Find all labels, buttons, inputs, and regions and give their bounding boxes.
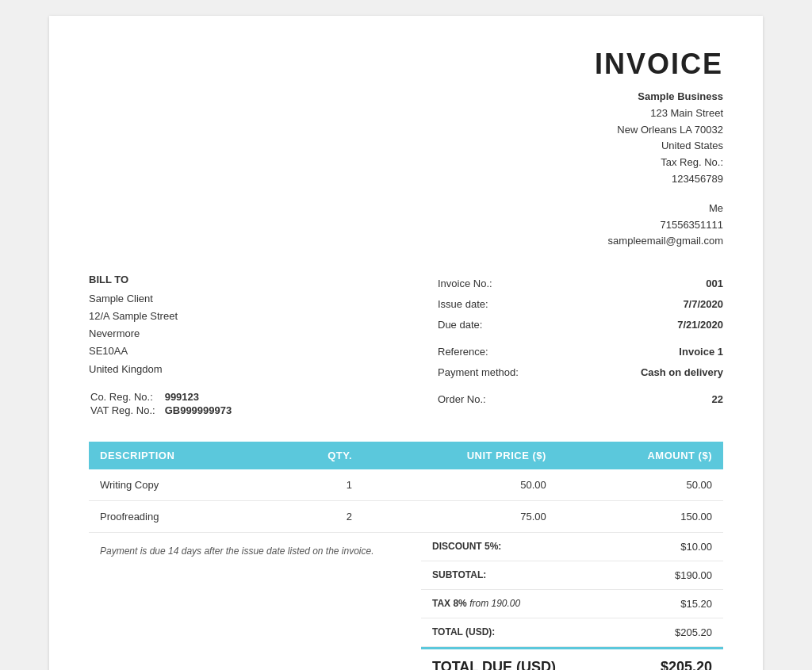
issue-date-value: 7/7/2020: [579, 294, 723, 315]
payment-method-label: Payment method:: [438, 362, 579, 383]
issue-date-label: Issue date:: [438, 294, 579, 315]
invoice-document: INVOICE Sample Business 123 Main Street …: [49, 16, 763, 670]
subtotal-value: $190.00: [618, 561, 723, 589]
invoice-title: INVOICE: [595, 48, 723, 81]
invoice-no-label: Invoice No.:: [438, 274, 579, 294]
row-amount: 50.00: [557, 469, 723, 501]
total-label: TOTAL (USD):: [421, 618, 618, 646]
company-address1: 123 Main Street: [89, 105, 723, 122]
company-tax-no: 123456789: [89, 171, 723, 188]
total-value: $205.20: [618, 618, 723, 646]
totals-section: DISCOUNT 5%: $10.00 SUBTOTAL: $190.00 TA…: [413, 533, 723, 670]
client-name: Sample Client: [89, 290, 374, 308]
client-reg-table: Co. Reg. No.: 999123 VAT Reg. No.: GB999…: [89, 389, 233, 418]
co-reg-label: Co. Reg. No.:: [90, 391, 163, 403]
client-postcode: SE10AA: [89, 343, 374, 360]
client-country: United Kingdom: [89, 361, 374, 378]
mid-section: BILL TO Sample Client 12/A Sample Street…: [89, 274, 723, 417]
col-description: DESCRIPTION: [89, 442, 274, 469]
total-due-row: TOTAL DUE (USD) $205.20: [421, 647, 723, 670]
col-amount: AMOUNT ($): [557, 442, 723, 469]
discount-value: $10.00: [618, 533, 723, 561]
reference-label: Reference:: [438, 342, 579, 362]
company-tax-label: Tax Reg. No.:: [89, 155, 723, 171]
tax-value: $15.20: [618, 589, 723, 618]
row-unit-price: 75.00: [363, 500, 557, 532]
bottom-section: Payment is due 14 days after the issue d…: [89, 533, 723, 670]
sender-email: sampleemail@gmail.com: [89, 233, 723, 250]
subtotal-label: SUBTOTAL:: [421, 561, 618, 589]
due-date-value: 7/21/2020: [579, 315, 723, 335]
table-header-row: DESCRIPTION QTY. UNIT PRICE ($) AMOUNT (…: [89, 442, 723, 469]
company-address2: New Orleans LA 70032: [89, 122, 723, 139]
company-country: United States: [89, 138, 723, 155]
notes-text: Payment is due 14 days after the issue d…: [100, 546, 374, 557]
invoice-no-value: 001: [579, 274, 723, 294]
row-qty: 2: [274, 500, 363, 532]
table-row: Writing Copy 1 50.00 50.00: [89, 469, 723, 501]
total-row: TOTAL (USD): $205.20: [421, 618, 723, 646]
totals-table: DISCOUNT 5%: $10.00 SUBTOTAL: $190.00 TA…: [421, 533, 723, 647]
payment-method-value: Cash on delivery: [579, 362, 723, 383]
col-qty: QTY.: [274, 442, 363, 469]
bill-to-section: BILL TO Sample Client 12/A Sample Street…: [89, 274, 406, 417]
discount-row: DISCOUNT 5%: $10.00: [421, 533, 723, 561]
bill-to-label: BILL TO: [89, 274, 374, 285]
order-no-value: 22: [579, 389, 723, 410]
invoice-header: INVOICE: [89, 48, 723, 81]
subtotal-row: SUBTOTAL: $190.00: [421, 561, 723, 589]
order-no-label: Order No.:: [438, 389, 579, 410]
invoice-info-table: Invoice No.: 001 Issue date: 7/7/2020 Du…: [438, 274, 723, 410]
row-description: Proofreading: [89, 500, 274, 532]
row-amount: 150.00: [557, 500, 723, 532]
payment-notes: Payment is due 14 days after the issue d…: [89, 533, 413, 568]
col-unit-price: UNIT PRICE ($): [363, 442, 557, 469]
invoice-info-section: Invoice No.: 001 Issue date: 7/7/2020 Du…: [406, 274, 723, 417]
row-description: Writing Copy: [89, 469, 274, 501]
tax-row: TAX 8% from 190.00 $15.20: [421, 589, 723, 618]
discount-label: DISCOUNT 5%:: [421, 533, 618, 561]
total-due-value: $205.20: [661, 659, 712, 670]
reference-value: Invoice 1: [579, 342, 723, 362]
client-city: Nevermore: [89, 325, 374, 343]
vat-label: VAT Reg. No.:: [90, 404, 163, 416]
company-name: Sample Business: [89, 89, 723, 105]
row-unit-price: 50.00: [363, 469, 557, 501]
client-address1: 12/A Sample Street: [89, 308, 374, 325]
row-qty: 1: [274, 469, 363, 501]
sender-phone: 71556351111: [89, 217, 723, 234]
tax-label: TAX 8% from 190.00: [421, 589, 618, 618]
co-reg-no: 999123: [165, 391, 232, 403]
due-date-label: Due date:: [438, 315, 579, 335]
company-block: Sample Business 123 Main Street New Orle…: [89, 89, 723, 188]
table-row: Proofreading 2 75.00 150.00: [89, 500, 723, 532]
vat-no: GB999999973: [165, 404, 232, 416]
total-due-label: TOTAL DUE (USD): [432, 659, 556, 670]
sender-name: Me: [89, 201, 723, 217]
items-table: DESCRIPTION QTY. UNIT PRICE ($) AMOUNT (…: [89, 442, 723, 533]
sender-block: Me 71556351111 sampleemail@gmail.com: [89, 201, 723, 250]
